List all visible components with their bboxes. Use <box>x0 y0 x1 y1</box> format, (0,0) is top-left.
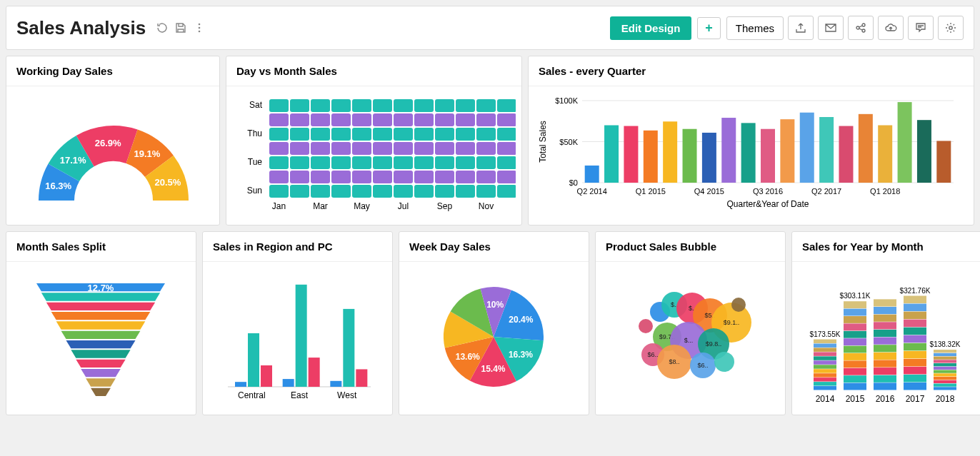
export-icon[interactable] <box>788 16 814 40</box>
svg-text:Jul: Jul <box>398 201 409 211</box>
svg-point-3 <box>856 26 859 29</box>
svg-rect-121 <box>761 129 775 183</box>
svg-rect-17 <box>373 99 392 112</box>
svg-text:Quarter&Year of Date: Quarter&Year of Date <box>727 199 809 209</box>
svg-point-180 <box>639 319 653 333</box>
share-icon[interactable] <box>848 16 874 40</box>
svg-rect-16 <box>352 99 371 112</box>
row-1: Working Day Sales 16.3%17.1%26.9%19.1%20… <box>6 56 974 226</box>
svg-text:$138.32K: $138.32K <box>930 340 961 348</box>
add-button[interactable]: + <box>697 17 721 39</box>
svg-rect-221 <box>874 299 896 306</box>
svg-text:20.4%: 20.4% <box>509 315 533 325</box>
svg-rect-23 <box>497 99 516 112</box>
svg-rect-13 <box>290 99 309 112</box>
card-title: Sales in Region and PC <box>203 232 392 262</box>
svg-rect-37 <box>290 128 309 141</box>
svg-rect-50 <box>311 142 330 155</box>
svg-rect-227 <box>904 351 926 359</box>
svg-rect-205 <box>844 316 866 323</box>
svg-rect-142 <box>248 333 259 387</box>
svg-rect-38 <box>311 128 330 141</box>
svg-rect-211 <box>874 375 896 382</box>
svg-rect-124 <box>819 117 834 183</box>
svg-text:West: West <box>337 390 357 400</box>
svg-rect-69 <box>456 156 475 169</box>
svg-rect-62 <box>311 156 330 169</box>
more-icon[interactable] <box>193 21 206 34</box>
refresh-icon[interactable] <box>156 21 169 34</box>
funnel-chart: 12.7% <box>6 262 196 415</box>
svg-rect-43 <box>414 128 434 141</box>
svg-rect-61 <box>290 156 309 169</box>
svg-text:$...: $... <box>684 337 694 344</box>
stacked-bar-chart: 2014$173.55K2015$303.11K20162017$321.76K… <box>792 262 980 415</box>
card-month-split: Month Sales Split 12.7% <box>6 231 196 415</box>
svg-text:Sat: Sat <box>249 100 263 110</box>
svg-rect-210 <box>874 382 896 390</box>
svg-rect-231 <box>904 320 926 328</box>
svg-rect-82 <box>476 171 496 183</box>
svg-rect-202 <box>844 338 866 345</box>
svg-rect-149 <box>330 381 341 387</box>
svg-text:$173.55K: $173.55K <box>810 330 841 338</box>
svg-text:Sun: Sun <box>247 186 262 196</box>
svg-rect-204 <box>844 323 866 330</box>
svg-rect-25 <box>290 113 309 126</box>
edit-design-button[interactable]: Edit Design <box>610 16 692 40</box>
card-working-day: Working Day Sales 16.3%17.1%26.9%19.1%20… <box>6 56 220 226</box>
svg-text:Tue: Tue <box>248 157 263 167</box>
title-icon-group <box>156 21 206 34</box>
heatmap-chart: SatThuTueSunJanMarMayJulSepNov <box>226 86 521 225</box>
svg-rect-21 <box>456 99 475 112</box>
svg-rect-239 <box>934 380 956 383</box>
svg-text:Jan: Jan <box>272 201 286 211</box>
svg-rect-200 <box>844 353 866 360</box>
svg-rect-191 <box>814 348 836 351</box>
svg-point-2 <box>199 31 201 33</box>
cloud-icon[interactable] <box>878 16 904 40</box>
svg-rect-216 <box>874 338 896 345</box>
region-bar-chart: CentralEastWest <box>203 262 392 415</box>
svg-rect-242 <box>934 370 956 373</box>
svg-rect-183 <box>814 382 836 385</box>
card-title: Sales - every Quarter <box>529 56 974 86</box>
gear-icon[interactable] <box>938 16 964 40</box>
card-title: Working Day Sales <box>6 56 219 86</box>
svg-rect-15 <box>331 99 351 112</box>
svg-rect-232 <box>904 312 926 320</box>
svg-rect-150 <box>343 309 354 387</box>
svg-rect-244 <box>934 363 956 366</box>
svg-rect-52 <box>352 142 371 155</box>
svg-rect-114 <box>624 126 638 183</box>
svg-rect-66 <box>394 156 413 169</box>
svg-rect-223 <box>904 382 926 390</box>
svg-rect-33 <box>456 113 475 126</box>
svg-rect-76 <box>352 171 371 183</box>
svg-rect-186 <box>814 369 836 373</box>
mail-icon[interactable] <box>818 16 844 40</box>
svg-rect-116 <box>663 121 677 183</box>
svg-rect-192 <box>814 343 836 347</box>
svg-point-1 <box>199 27 201 29</box>
svg-rect-226 <box>904 359 926 367</box>
svg-rect-95 <box>497 185 516 198</box>
themes-button[interactable]: Themes <box>726 16 784 40</box>
quarter-bar-chart: $0$50K$100KQ2 2014Q1 2015Q4 2015Q3 2016Q… <box>529 86 974 225</box>
svg-rect-87 <box>331 185 351 198</box>
svg-rect-145 <box>283 379 294 387</box>
svg-rect-197 <box>844 375 866 382</box>
svg-rect-143 <box>261 365 272 387</box>
comment-icon[interactable] <box>908 16 934 40</box>
svg-rect-47 <box>497 128 516 141</box>
card-title: Day vs Month Sales <box>226 56 521 86</box>
svg-rect-93 <box>456 185 475 198</box>
save-icon[interactable] <box>174 21 187 34</box>
svg-rect-30 <box>394 113 413 126</box>
svg-rect-123 <box>800 113 814 183</box>
svg-rect-22 <box>476 99 496 112</box>
svg-text:$6..: $6.. <box>647 351 658 358</box>
card-region-pc: Sales in Region and PC CentralEastWest <box>202 231 393 415</box>
svg-point-179 <box>714 352 734 372</box>
svg-text:Q4 2015: Q4 2015 <box>694 187 724 196</box>
